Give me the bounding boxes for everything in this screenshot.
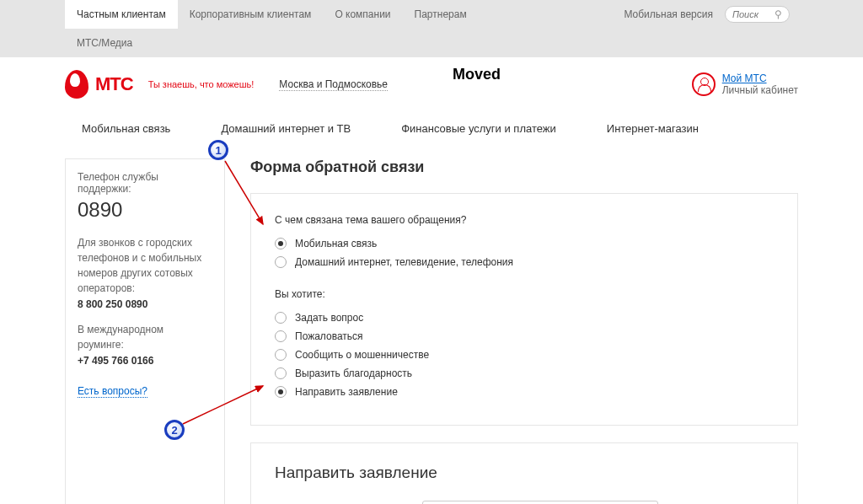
- main-nav: Мобильная связь Домашний интернет и ТВ Ф…: [65, 107, 798, 150]
- nav-finance[interactable]: Финансовые услуги и платежи: [401, 122, 556, 135]
- cabinet-text: Личный кабинет: [722, 84, 798, 96]
- avatar-icon: [692, 72, 716, 96]
- radio-label: Мобильная связь: [295, 238, 377, 249]
- radio-topic-mobile[interactable]: Мобильная связь: [275, 238, 774, 249]
- radio-icon: [275, 312, 287, 324]
- top-nav-partners[interactable]: Партнерам: [403, 0, 479, 29]
- my-mts-link[interactable]: Мой МТС Личный кабинет: [692, 72, 798, 96]
- radio-want-ask[interactable]: Задать вопрос: [275, 312, 774, 324]
- radio-want-complain[interactable]: Пожаловаться: [275, 330, 774, 342]
- annotation-1: 1: [208, 140, 228, 160]
- mobile-version-link[interactable]: Мобильная версия: [612, 0, 725, 29]
- moved-label: Moved: [453, 66, 501, 83]
- top-nav-about[interactable]: О компании: [323, 0, 402, 29]
- question-want: Вы хотите:: [275, 288, 774, 300]
- form-title: Форма обратной связи: [250, 158, 798, 176]
- form-box: С чем связана тема вашего обращения? Моб…: [250, 193, 798, 426]
- radio-topic-home[interactable]: Домашний интернет, телевидение, телефони…: [275, 256, 774, 268]
- search-input[interactable]: [732, 9, 775, 19]
- surname-input[interactable]: [422, 501, 658, 504]
- radio-icon: [275, 330, 287, 342]
- question-topic: С чем связана тема вашего обращения?: [275, 214, 774, 226]
- support-phone: 0890: [78, 198, 212, 222]
- radio-icon: [275, 349, 287, 361]
- radio-want-thanks[interactable]: Выразить благодарность: [275, 367, 774, 379]
- radio-label: Выразить благодарность: [295, 367, 412, 379]
- annotation-2: 2: [164, 420, 185, 440]
- radio-label: Задать вопрос: [295, 312, 363, 324]
- logo-text: МТС: [95, 73, 133, 95]
- questions-link[interactable]: Есть вопросы?: [78, 385, 147, 398]
- nav-mobile[interactable]: Мобильная связь: [82, 122, 170, 135]
- sidebar-num-1: 8 800 250 0890: [78, 298, 212, 310]
- statement-title: Направить заявление: [275, 464, 774, 482]
- radio-label: Пожаловаться: [295, 330, 363, 342]
- nav-internet[interactable]: Домашний интернет и ТВ: [221, 122, 351, 135]
- radio-label: Сообщить о мошенничестве: [295, 349, 429, 361]
- sidebar-text-2: В международном роуминге:: [78, 322, 212, 352]
- radio-icon: [275, 386, 287, 398]
- search-icon[interactable]: ⚲: [775, 8, 782, 20]
- sidebar: Телефон службы поддержки: 0890 Для звонк…: [65, 158, 225, 504]
- radio-icon: [275, 238, 287, 249]
- statement-form: Направить заявление Фамилия*: [250, 442, 798, 504]
- radio-icon: [275, 367, 287, 379]
- surname-row: Фамилия*: [275, 501, 774, 504]
- my-mts-text: Мой МТС: [722, 72, 798, 84]
- support-label: Телефон службы поддержки:: [78, 171, 212, 195]
- radio-label: Направить заявление: [295, 386, 398, 398]
- sidebar-num-2: +7 495 766 0166: [78, 355, 212, 367]
- region-selector[interactable]: Москва и Подмосковье: [279, 78, 388, 91]
- radio-label: Домашний интернет, телевидение, телефони…: [295, 256, 513, 268]
- radio-want-fraud[interactable]: Сообщить о мошенничестве: [275, 349, 774, 361]
- header: МТС Ты знаешь, что можешь! Москва и Подм…: [65, 57, 798, 107]
- search-box[interactable]: ⚲: [725, 6, 790, 23]
- logo[interactable]: МТС: [65, 70, 133, 99]
- top-nav-corporate[interactable]: Корпоративным клиентам: [178, 0, 324, 29]
- top-nav-media[interactable]: МТС/Медиа: [65, 29, 144, 57]
- main: Форма обратной связи С чем связана тема …: [250, 158, 798, 504]
- logo-egg-icon: [65, 70, 88, 99]
- content: 1 2 Телефон службы поддержки: 0890 Для з…: [65, 150, 798, 504]
- top-nav-private[interactable]: Частным клиентам: [65, 0, 178, 29]
- radio-want-statement[interactable]: Направить заявление: [275, 386, 774, 398]
- slogan: Ты знаешь, что можешь!: [148, 79, 255, 89]
- radio-icon: [275, 256, 287, 268]
- nav-shop[interactable]: Интернет-магазин: [607, 122, 699, 135]
- top-bar: Частным клиентам Корпоративным клиентам …: [0, 0, 863, 57]
- sidebar-text-1: Для звонков с городских телефонов и с мо…: [78, 235, 212, 296]
